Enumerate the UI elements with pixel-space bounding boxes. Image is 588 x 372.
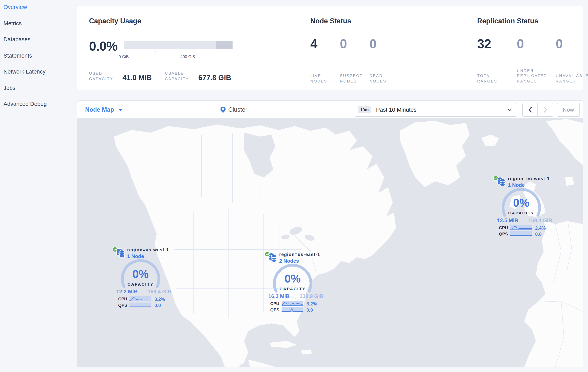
qps-row: QPS 0.0	[270, 307, 327, 312]
time-back-button[interactable]	[522, 103, 538, 117]
region-used-capacity: 12.2 MiB	[116, 289, 138, 295]
time-window-badge: 10m	[358, 106, 371, 113]
cluster-summary-panel: Capacity Usage 0.0% 0 GiB400 GiB USED CA…	[77, 6, 583, 90]
chevron-down-icon	[507, 108, 512, 111]
capacity-bar-tick	[156, 51, 156, 53]
sidebar-item-advanced-debug[interactable]: Advanced Debug	[3, 101, 47, 107]
cpu-value: 3.2%	[154, 297, 165, 302]
region-total-capacity: 169.4 GiB	[528, 218, 552, 223]
chevron-right-icon	[544, 107, 547, 113]
qps-sparkline	[282, 307, 303, 312]
sidebar-item-network-latency[interactable]: Network Latency	[3, 68, 45, 75]
region-marker-us-east-1[interactable]: region=us-east-1 2 Nodes 0% CAPACITY 16.…	[264, 251, 327, 318]
stat-label: TOTAL RANGES	[477, 73, 511, 84]
time-nav-buttons	[522, 103, 553, 117]
node-status-title: Node Status	[310, 17, 351, 25]
cpu-row: CPU 3.2%	[118, 296, 175, 302]
chevron-left-icon	[528, 107, 532, 113]
database-icon	[116, 248, 125, 258]
capacity-gauge-percent: 0%	[272, 272, 313, 285]
qps-value: 0.0	[306, 308, 313, 313]
stat-label: UNAVAILABLE RANGES	[556, 73, 584, 84]
toolbar-divider	[346, 101, 346, 118]
qps-row: QPS 0.0	[118, 302, 175, 308]
capacity-usage-title: Capacity Usage	[89, 17, 141, 25]
sidebar-item-statements[interactable]: Statements	[3, 52, 32, 59]
now-button-label: Now	[563, 107, 574, 113]
capacity-gauge-label: CAPACITY	[272, 287, 313, 291]
usable-capacity-label: USABLE CAPACITY	[165, 71, 198, 82]
cpu-sparkline	[129, 296, 151, 302]
capacity-bar-reserved-segment	[216, 41, 232, 49]
region-label: region=us-west-1	[127, 247, 169, 252]
stat-label: SUSPECT NODES	[340, 73, 363, 84]
region-total-capacity: 338.9 GiB	[300, 293, 324, 299]
stat-label: DEAD NODES	[369, 73, 393, 84]
cpu-row: CPU 5.2%	[270, 301, 327, 306]
now-button[interactable]: Now	[557, 103, 580, 117]
qps-sparkline	[129, 302, 151, 308]
breadcrumb[interactable]: Cluster	[220, 101, 247, 118]
capacity-bar-tick	[124, 51, 124, 53]
used-capacity-label: USED CAPACITY	[89, 71, 123, 82]
sidebar-item-jobs[interactable]: Jobs	[3, 85, 15, 91]
qps-label: QPS	[118, 303, 127, 308]
stat-label: LIVE NODES	[310, 73, 334, 84]
sidebar-item-databases[interactable]: Databases	[3, 36, 31, 43]
region-label: region=us-east-1	[279, 252, 320, 257]
qps-sparkline	[510, 231, 532, 237]
capacity-bar-track	[124, 41, 232, 49]
stat-value: 0	[556, 37, 584, 51]
used-capacity-stat: USED CAPACITY 41.0 MiB	[89, 71, 152, 82]
replication-status-labels: TOTAL RANGESUNDER-REPLICATED RANGESUNAVA…	[477, 52, 584, 84]
usable-capacity-stat: USABLE CAPACITY 677.8 GiB	[165, 71, 231, 82]
database-icon	[268, 253, 277, 263]
cpu-label: CPU	[118, 297, 127, 301]
region-used-capacity: 16.3 MiB	[268, 293, 290, 299]
stat-label: UNDER-REPLICATED RANGES	[517, 68, 550, 84]
replication-status-section: Replication Status 3200 TOTAL RANGESUNDE…	[477, 6, 584, 90]
region-label: region=eu-west-1	[508, 176, 550, 181]
capacity-bar-tick-label: 400 GiB	[180, 54, 195, 59]
cpu-row: CPU 2.4%	[499, 225, 555, 230]
capacity-bar-tick-label: 0 GiB	[119, 54, 129, 59]
stat-value: 0	[369, 37, 399, 51]
capacity-gauge-percent: 0%	[501, 197, 542, 209]
qps-row: QPS 0.0	[499, 231, 555, 237]
cpu-value: 2.4%	[535, 225, 546, 231]
database-icon	[497, 177, 506, 187]
node-status-values: 400	[310, 37, 399, 51]
time-window-select[interactable]: 10m Past 10 Minutes	[355, 103, 517, 117]
cpu-value: 5.2%	[306, 301, 317, 307]
stat-value: 4	[310, 37, 340, 51]
stat-value: 32	[477, 37, 517, 51]
node-status-section: Node Status 400 LIVE NODESSUSPECT NODESD…	[310, 6, 466, 90]
sidebar-item-overview[interactable]: Overview	[3, 4, 27, 10]
capacity-bar-tick	[188, 51, 188, 53]
view-selector-label: Node Map	[85, 106, 114, 113]
capacity-values: 12.5 MiB 169.4 GiB	[497, 218, 552, 223]
stat-value: 0	[340, 37, 369, 51]
view-selector-dropdown[interactable]: Node Map	[85, 101, 123, 118]
capacity-values: 12.2 MiB 169.4 GiB	[116, 289, 171, 295]
capacity-gauge-percent: 0%	[120, 268, 161, 281]
sidebar-item-metrics[interactable]: Metrics	[3, 20, 21, 26]
chevron-down-icon	[119, 109, 123, 111]
capacity-gauge-label: CAPACITY	[120, 282, 161, 287]
node-map: region=us-west-1 1 Node 0% CAPACITY 12.2…	[77, 119, 583, 367]
region-marker-eu-west-1[interactable]: region=eu-west-1 1 Node 0% CAPACITY 12.5…	[493, 175, 555, 242]
used-capacity-value: 41.0 MiB	[123, 74, 152, 82]
capacity-values: 16.3 MiB 338.9 GiB	[268, 293, 324, 299]
qps-label: QPS	[499, 232, 508, 236]
capacity-usage-section: Capacity Usage 0.0% 0 GiB400 GiB USED CA…	[89, 6, 307, 90]
region-total-capacity: 169.4 GiB	[147, 289, 171, 295]
time-window-label: Past 10 Minutes	[376, 107, 417, 113]
time-forward-button[interactable]	[538, 103, 553, 117]
region-used-capacity: 12.5 MiB	[497, 218, 518, 223]
cpu-sparkline	[282, 301, 303, 306]
region-marker-us-west-1[interactable]: region=us-west-1 1 Node 0% CAPACITY 12.2…	[112, 247, 175, 313]
replication-status-values: 3200	[477, 37, 584, 51]
stat-value: 0	[517, 37, 556, 51]
qps-label: QPS	[270, 308, 279, 312]
capacity-bar-tick	[220, 51, 220, 53]
